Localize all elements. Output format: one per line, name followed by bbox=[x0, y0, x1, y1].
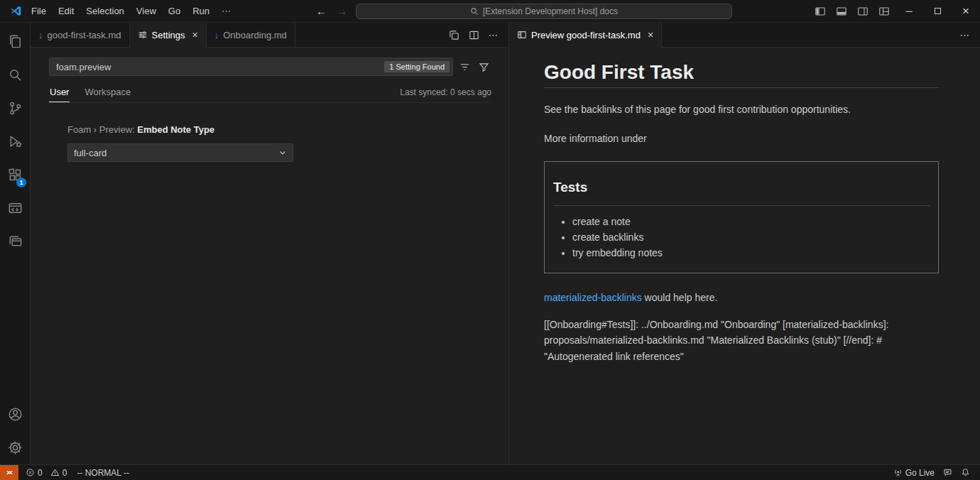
setting-category: Foam › Preview: bbox=[67, 124, 137, 135]
broadcast-icon bbox=[893, 468, 903, 477]
toggle-panel-icon[interactable] bbox=[831, 0, 852, 22]
last-synced-label: Last synced: 0 secs ago bbox=[400, 87, 491, 102]
scope-tab-user[interactable]: User bbox=[49, 82, 70, 102]
maximize-icon bbox=[935, 8, 941, 14]
menu-selection[interactable]: Selection bbox=[80, 3, 129, 19]
search-icon bbox=[470, 7, 479, 16]
preview-paragraph: See the backlinks of this page for good … bbox=[544, 102, 939, 117]
markdown-file-icon: ↓ bbox=[38, 30, 43, 40]
run-debug-icon[interactable] bbox=[0, 125, 30, 158]
menu-file[interactable]: File bbox=[26, 3, 52, 19]
go-forward-icon[interactable]: → bbox=[335, 5, 349, 17]
go-back-icon[interactable]: ← bbox=[315, 5, 328, 17]
explorer-icon[interactable] bbox=[0, 25, 30, 58]
extensions-badge: 1 bbox=[16, 178, 26, 187]
chevron-down-icon bbox=[278, 148, 287, 157]
warning-icon bbox=[50, 468, 60, 477]
more-actions-icon[interactable]: ⋯ bbox=[484, 26, 503, 44]
menu-bar: File Edit Selection View Go Run ⋯ bbox=[0, 3, 237, 19]
status-bar: 0 0 -- NORMAL -- Go Live bbox=[0, 464, 980, 480]
errors-group: 0 bbox=[23, 468, 43, 478]
go-live-button[interactable]: Go Live bbox=[889, 465, 939, 480]
list-item: create backlinks bbox=[572, 230, 930, 245]
settings-sliders-icon bbox=[138, 30, 148, 40]
link-tail-text: would help here. bbox=[642, 292, 718, 303]
preview-heading: Good First Task bbox=[544, 60, 939, 88]
toggle-secondary-sidebar-icon[interactable] bbox=[852, 0, 873, 22]
note-embed-card: Tests create a note create backlinks try… bbox=[544, 161, 939, 273]
editor-area: ↓ good-first-task.md Settings × ↓ Onboar… bbox=[31, 23, 980, 464]
editor-group-left: ↓ good-first-task.md Settings × ↓ Onboar… bbox=[31, 23, 509, 464]
tab-label: Preview good-first-task.md bbox=[531, 30, 641, 40]
warnings-group: 0 bbox=[45, 468, 67, 478]
tab-good-first-task[interactable]: ↓ good-first-task.md bbox=[31, 23, 130, 48]
go-live-label: Go Live bbox=[905, 468, 935, 478]
tab-label: good-first-task.md bbox=[48, 30, 121, 40]
clear-filters-icon[interactable] bbox=[457, 59, 472, 75]
command-center-text: [Extension Development Host] docs bbox=[483, 6, 618, 16]
warning-count: 0 bbox=[60, 468, 67, 478]
more-actions-icon[interactable]: ⋯ bbox=[956, 26, 974, 44]
preview-paragraph: More information under bbox=[544, 131, 939, 146]
close-tab-icon[interactable]: × bbox=[648, 29, 653, 40]
embed-heading: Tests bbox=[553, 178, 930, 206]
window-controls: ─ × bbox=[810, 0, 980, 22]
embed-list: create a note create backlinks try embed… bbox=[553, 214, 930, 261]
split-editor-icon[interactable] bbox=[445, 26, 463, 44]
markdown-preview: Good First Task See the backlinks of thi… bbox=[509, 48, 980, 464]
search-sidebar-icon[interactable] bbox=[0, 58, 30, 92]
scope-tab-workspace[interactable]: Workspace bbox=[84, 82, 131, 102]
menu-run[interactable]: Run bbox=[187, 3, 215, 19]
settings-search-input[interactable]: foam.preview 1 Setting Found bbox=[49, 58, 453, 76]
command-center-search[interactable]: [Extension Development Host] docs bbox=[356, 4, 732, 19]
setting-item-embed-note-type: Foam › Preview: Embed Note Type full-car… bbox=[67, 124, 491, 162]
markdown-file-icon: ↓ bbox=[214, 30, 219, 40]
status-bar-right: Go Live bbox=[889, 465, 980, 480]
activity-bar: 1 bbox=[0, 23, 31, 464]
workbench: 1 ↓ good-first-task bbox=[0, 23, 980, 464]
list-item: try embedding notes bbox=[572, 246, 930, 261]
vim-mode-indicator[interactable]: -- NORMAL -- bbox=[71, 468, 135, 478]
close-tab-icon[interactable]: × bbox=[192, 29, 198, 40]
filter-funnel-icon[interactable] bbox=[476, 59, 491, 75]
tab-bar-actions: ⋯ bbox=[295, 23, 508, 48]
settings-search-row: foam.preview 1 Setting Found bbox=[49, 58, 491, 76]
settings-search-value: foam.preview bbox=[56, 62, 384, 72]
minimize-button[interactable]: ─ bbox=[895, 0, 923, 22]
materialized-backlinks-link[interactable]: materialized-backlinks bbox=[544, 292, 642, 303]
link-paragraph: materialized-backlinks would help here. bbox=[544, 290, 939, 305]
setting-name: Embed Note Type bbox=[137, 124, 214, 135]
close-window-button[interactable]: × bbox=[952, 0, 980, 22]
manage-gear-icon[interactable] bbox=[0, 431, 30, 464]
menu-view[interactable]: View bbox=[131, 3, 162, 19]
maximize-button[interactable] bbox=[923, 0, 952, 22]
tab-label: Settings bbox=[152, 30, 185, 40]
tab-bar-actions: ⋯ bbox=[662, 23, 980, 48]
menu-edit[interactable]: Edit bbox=[53, 3, 80, 19]
error-count: 0 bbox=[36, 468, 43, 478]
customize-layout-icon[interactable] bbox=[873, 0, 895, 22]
remote-indicator[interactable] bbox=[0, 465, 18, 480]
notifications-bell-icon[interactable] bbox=[957, 465, 974, 480]
menu-more-icon[interactable]: ⋯ bbox=[216, 3, 237, 19]
problems-indicator[interactable]: 0 0 bbox=[18, 465, 71, 480]
left-tab-bar: ↓ good-first-task.md Settings × ↓ Onboar… bbox=[31, 23, 508, 48]
toggle-primary-sidebar-icon[interactable] bbox=[810, 0, 831, 22]
windows-stack-icon[interactable] bbox=[0, 225, 30, 258]
tab-onboarding[interactable]: ↓ Onboarding.md bbox=[207, 23, 295, 48]
source-control-icon[interactable] bbox=[0, 92, 30, 125]
split-editor-right-icon[interactable] bbox=[464, 26, 483, 44]
error-icon bbox=[26, 468, 35, 477]
tab-label: Onboarding.md bbox=[223, 30, 287, 40]
settings-found-badge: 1 Setting Found bbox=[384, 61, 450, 72]
extensions-icon[interactable]: 1 bbox=[0, 158, 30, 192]
accounts-icon[interactable] bbox=[0, 398, 30, 431]
link-references-paragraph: [[Onboarding#Tests]]: ../Onboarding.md "… bbox=[544, 317, 939, 365]
live-preview-icon[interactable] bbox=[0, 192, 30, 225]
feedback-icon[interactable] bbox=[939, 465, 957, 480]
embed-note-type-dropdown[interactable]: full-card bbox=[67, 143, 293, 162]
menu-go[interactable]: Go bbox=[163, 3, 186, 19]
tab-preview[interactable]: Preview good-first-task.md × bbox=[509, 23, 662, 48]
vscode-window: File Edit Selection View Go Run ⋯ ← → [E… bbox=[0, 0, 980, 480]
tab-settings[interactable]: Settings × bbox=[130, 23, 207, 48]
